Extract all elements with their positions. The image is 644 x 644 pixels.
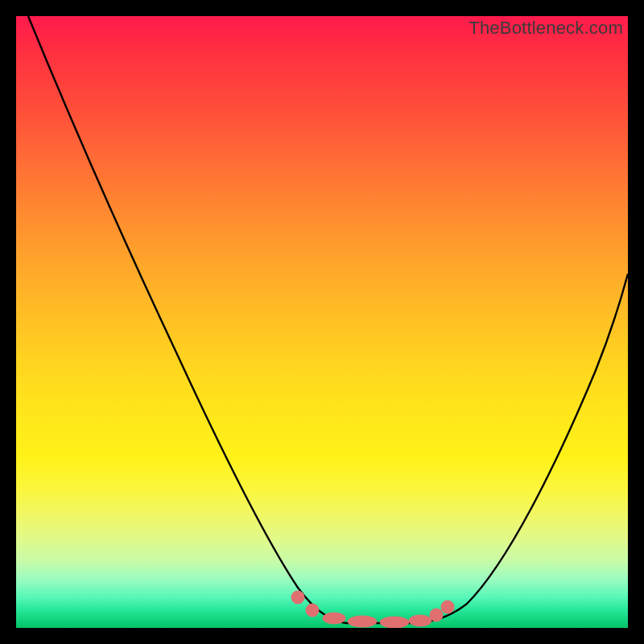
- svg-point-7: [441, 601, 454, 613]
- svg-point-6: [430, 609, 443, 621]
- svg-point-0: [291, 591, 304, 604]
- svg-point-4: [380, 617, 409, 628]
- chart-frame: TheBottleneck.com: [0, 0, 644, 644]
- svg-point-3: [348, 616, 377, 627]
- bottleneck-curve: [28, 16, 628, 623]
- optimal-range-markers: [291, 591, 454, 628]
- svg-point-2: [323, 613, 345, 624]
- svg-point-1: [306, 604, 319, 617]
- svg-point-5: [409, 615, 431, 626]
- chart-plot-area: TheBottleneck.com: [16, 16, 628, 628]
- chart-svg: [16, 16, 628, 628]
